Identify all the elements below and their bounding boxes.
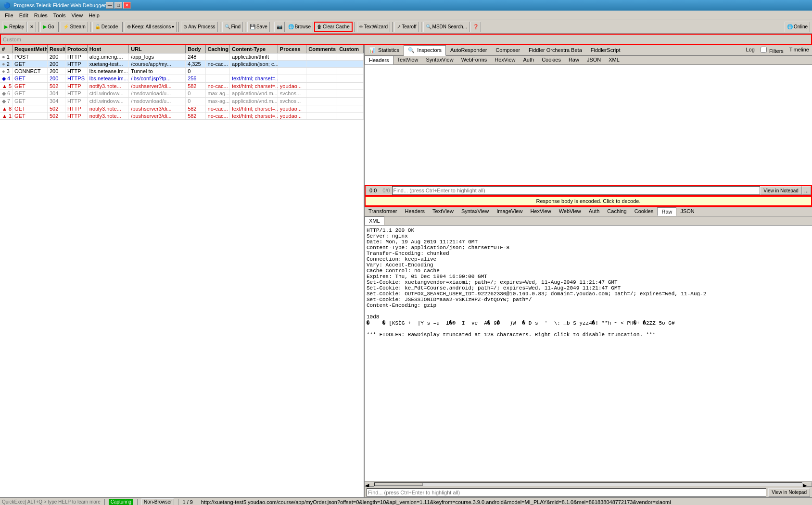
col-num[interactable]: #: [0, 45, 13, 53]
view-notepad-button[interactable]: View in Notepad: [760, 186, 802, 195]
bottom-view-notepad-button[interactable]: View in Notepad: [768, 488, 810, 497]
menu-tools[interactable]: Tools: [51, 12, 69, 19]
table-row[interactable]: ◆ 7 GET 304 HTTP ctdl.windovw... /msdown…: [0, 98, 364, 105]
header-tab-headers[interactable]: Headers: [365, 56, 393, 64]
replay-button[interactable]: ▶ Replay: [2, 22, 26, 32]
scrollbar-right[interactable]: ▶: [802, 482, 812, 487]
header-tab-raw[interactable]: Raw: [565, 56, 583, 64]
minimize-button[interactable]: —: [106, 2, 114, 9]
close-button[interactable]: ✕: [123, 2, 131, 9]
cell-num: ▲ 8: [0, 105, 13, 112]
camera-button[interactable]: 📷: [274, 22, 285, 32]
header-tab-cookies[interactable]: Cookies: [538, 56, 565, 64]
horizontal-scrollbar[interactable]: ◀ ▶: [365, 481, 812, 487]
menu-edit[interactable]: Edit: [16, 12, 31, 19]
bottom-tab-imageview[interactable]: ImageView: [493, 207, 526, 216]
col-caching[interactable]: Caching: [206, 45, 230, 53]
online-button[interactable]: 🌐 Online: [785, 22, 810, 32]
header-tab-xml[interactable]: XML: [605, 56, 623, 64]
bottom-tab-json[interactable]: JSON: [676, 207, 698, 216]
filters-checkbox[interactable]: [761, 47, 767, 53]
tab-orchestra[interactable]: Fiddler Orchestra Beta: [524, 45, 586, 55]
more-options-button[interactable]: ...: [802, 186, 811, 195]
tab-composer[interactable]: Composer: [491, 45, 524, 55]
header-tab-webforms[interactable]: WebForms: [457, 56, 491, 64]
table-row[interactable]: ▲ 5 GET 502 HTTP notify3.note... /pushse…: [0, 83, 364, 90]
any-process-button[interactable]: ⊙ Any Process: [181, 22, 217, 32]
find-button[interactable]: 🔍 Find: [222, 22, 243, 32]
header-tab-textview[interactable]: TextView: [393, 56, 422, 64]
col-protocol[interactable]: Protocol: [65, 45, 88, 53]
cell-caching: no-cac...: [206, 61, 230, 67]
help-button[interactable]: ❓: [470, 22, 481, 32]
col-custom[interactable]: Custom: [337, 45, 364, 53]
tab-autoresponder[interactable]: AutoResponder: [446, 45, 491, 55]
cell-body: 582: [186, 113, 205, 119]
bottom-tab-caching[interactable]: Caching: [603, 207, 630, 216]
bottom-tab-auth[interactable]: Auth: [585, 207, 604, 216]
menu-file[interactable]: File: [2, 12, 16, 19]
header-tab-auth[interactable]: Auth: [520, 56, 538, 64]
tab-fiddlerscript[interactable]: FiddlerScript: [586, 45, 625, 55]
menu-rules[interactable]: Rules: [31, 12, 51, 19]
xml-tab[interactable]: XML: [365, 216, 384, 225]
table-row[interactable]: ▲ 8 GET 502 HTTP notify3.note... /pushse…: [0, 105, 364, 113]
col-result[interactable]: Result: [48, 45, 65, 53]
bottom-tab-webview[interactable]: WebView: [555, 207, 585, 216]
scrollbar-thumb[interactable]: [375, 483, 423, 486]
col-ctype[interactable]: Content-Type: [230, 45, 278, 53]
bottom-tab-hexview[interactable]: HexView: [526, 207, 555, 216]
decode-button[interactable]: 🔓 Decode: [92, 22, 120, 32]
bottom-tab-syntaxview[interactable]: SyntaxView: [457, 207, 493, 216]
title-bar-text: Progress Telerik Fiddler Web Debugger: [13, 2, 106, 8]
bottom-tab-transformer[interactable]: Transformer: [365, 207, 401, 216]
clear-cache-button[interactable]: 🗑 Clear Cache: [314, 22, 353, 32]
encoded-bar[interactable]: Response body is encoded. Click to decod…: [365, 196, 812, 206]
cell-method: GET: [13, 98, 48, 105]
col-process[interactable]: Process: [278, 45, 306, 53]
col-comments[interactable]: Comments: [306, 45, 337, 53]
sep2: [58, 22, 59, 32]
bottom-tab-textview[interactable]: TextView: [429, 207, 457, 216]
table-row[interactable]: ◆ 4 GET 200 HTTPS lbs.netease.im... /lbs…: [0, 75, 364, 83]
cell-host: notify3.note...: [88, 105, 129, 112]
find-input[interactable]: [392, 186, 761, 195]
status-sep4: [197, 499, 197, 505]
save-button[interactable]: 💾 Save: [247, 22, 270, 32]
maximize-button[interactable]: □: [114, 2, 122, 9]
col-host[interactable]: Host: [88, 45, 129, 53]
bottom-find-input[interactable]: [367, 488, 766, 497]
table-row[interactable]: ● 1 POST 200 HTTP alog.umeng.... /app_lo…: [0, 53, 364, 61]
bottom-tab-headers[interactable]: Headers: [401, 207, 429, 216]
stream-button[interactable]: ⚡ Stream: [61, 22, 88, 32]
col-body[interactable]: Body: [186, 45, 205, 53]
main-container: # RequestMethod Result Protocol Host URL…: [0, 45, 812, 497]
msdn-search-button[interactable]: 🔍 MSDN Search...: [423, 22, 469, 32]
header-tab-json[interactable]: JSON: [583, 56, 605, 64]
table-row[interactable]: ● 2 GET 200 HTTP xuetang-test... /course…: [0, 61, 364, 68]
menu-help[interactable]: Help: [86, 12, 102, 19]
textwizard-button[interactable]: ✏ TextWizard: [357, 22, 390, 32]
remove-button[interactable]: ✕: [27, 22, 36, 32]
keep-button[interactable]: ⊕ Keep: All sessions ▾: [125, 22, 177, 32]
col-method[interactable]: RequestMethod: [13, 45, 48, 53]
scrollbar-track[interactable]: [374, 482, 802, 486]
bottom-tab-raw[interactable]: Raw: [657, 207, 676, 216]
bottom-tab-cookies[interactable]: Cookies: [631, 207, 658, 216]
tearoff-button[interactable]: ↗ Tearoff: [394, 22, 419, 32]
header-tab-hexview[interactable]: HexView: [491, 56, 519, 64]
tab-statistics[interactable]: 📊 Statistics: [365, 45, 404, 55]
table-row[interactable]: ◆ 6 GET 304 HTTP ctdl.windovw... /msdown…: [0, 90, 364, 98]
menu-view[interactable]: View: [69, 12, 86, 19]
col-url[interactable]: URL: [129, 45, 186, 53]
go-button[interactable]: ▶ Go: [40, 22, 56, 32]
scrollbar-left[interactable]: ◀: [365, 482, 374, 487]
table-row[interactable]: ▲ 11 GET 502 HTTP notify3.note... /pushs…: [0, 113, 364, 120]
tab-inspectors[interactable]: 🔍 Inspectors: [404, 45, 446, 56]
browse-button[interactable]: 🌐 Browse: [286, 22, 313, 32]
cell-protocol: HTTP: [65, 61, 88, 67]
header-tab-syntaxview[interactable]: SyntaxView: [422, 56, 457, 64]
cell-protocol: HTTP: [65, 105, 88, 112]
cell-num: ● 1: [0, 53, 13, 60]
table-row[interactable]: ● 3 CONNECT 200 HTTP lbs.netease.im... T…: [0, 68, 364, 75]
